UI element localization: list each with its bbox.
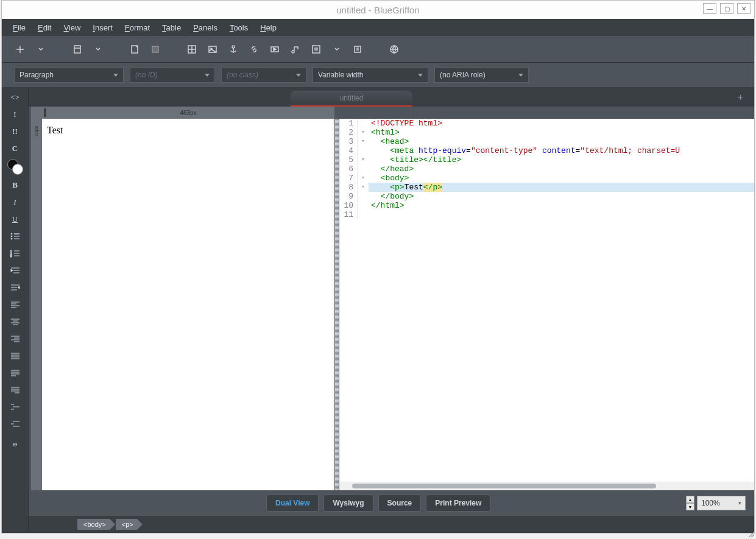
maximize-button[interactable]: ▢ xyxy=(720,3,733,14)
fold-toggle[interactable]: ▾ xyxy=(358,174,369,183)
code-line[interactable]: 1<!DOCTYPE html> xyxy=(339,119,754,128)
open-button[interactable] xyxy=(69,41,86,58)
justify-button[interactable] xyxy=(4,348,27,364)
add-tab-button[interactable]: + xyxy=(738,92,743,103)
view-tab-preview[interactable]: Print Preview xyxy=(426,495,490,512)
menu-edit[interactable]: Edit xyxy=(33,21,56,35)
wysiwyg-pane[interactable]: Test xyxy=(42,119,334,490)
link-icon[interactable] xyxy=(246,41,263,58)
align-center-button[interactable] xyxy=(4,314,27,329)
zoom-select[interactable]: 100% ▾ xyxy=(697,496,746,510)
aria-select[interactable]: (no ARIA role) xyxy=(434,67,529,83)
view-tab-wysiwyg[interactable]: Wysiwyg xyxy=(323,495,373,512)
double-exclaim-icon[interactable]: !! xyxy=(4,124,27,139)
menu-help[interactable]: Help xyxy=(255,21,281,35)
view-tab-dual[interactable]: Dual View xyxy=(266,495,319,512)
open-dropdown-icon[interactable] xyxy=(90,41,107,58)
source-code[interactable]: 1<!DOCTYPE html>2▾<html>3▾ <head>4 <meta… xyxy=(339,119,754,482)
bold-button[interactable]: B xyxy=(4,177,27,193)
font-select[interactable]: Variable width xyxy=(313,67,428,83)
dl-button[interactable] xyxy=(4,399,27,415)
view-tab-source[interactable]: Source xyxy=(378,495,422,512)
align-left-button[interactable] xyxy=(4,297,27,312)
scroll-thumb[interactable] xyxy=(352,484,656,488)
form-dropdown-icon[interactable] xyxy=(328,41,345,58)
breadcrumb-p[interactable]: <p> xyxy=(116,519,137,530)
split-divider[interactable] xyxy=(334,119,339,490)
horizontal-scrollbar[interactable] xyxy=(339,482,754,490)
menu-view[interactable]: View xyxy=(58,21,85,35)
source-pane[interactable]: 1<!DOCTYPE html>2▾<html>3▾ <head>4 <meta… xyxy=(339,119,754,490)
code-line[interactable]: 4 <meta http-equiv="content-type" conten… xyxy=(339,146,754,155)
code-line[interactable]: 11 xyxy=(339,210,754,219)
class-select[interactable]: (no class) xyxy=(221,67,306,83)
fold-toggle[interactable]: ▾ xyxy=(358,137,369,146)
justify-right-button[interactable] xyxy=(4,382,27,398)
code-icon[interactable]: <> xyxy=(4,90,27,105)
fold-toggle[interactable]: ▾ xyxy=(358,128,369,137)
menu-table[interactable]: Table xyxy=(157,21,186,35)
menubar: File Edit View Insert Format Table Panel… xyxy=(2,19,754,36)
outdent-button[interactable] xyxy=(4,280,27,295)
menu-file[interactable]: File xyxy=(8,21,30,35)
code-line[interactable]: 7▾ <body> xyxy=(339,174,754,183)
window-controls: — ▢ ✕ xyxy=(703,3,751,14)
code-line[interactable]: 2▾<html> xyxy=(339,128,754,137)
color-swatch[interactable] xyxy=(4,158,27,176)
svg-point-6 xyxy=(232,46,235,48)
exclaim-icon[interactable]: ! xyxy=(4,107,27,122)
code-line[interactable]: 6 </head> xyxy=(339,164,754,174)
zoom-up-button[interactable]: ▲ xyxy=(686,496,694,503)
image-button[interactable] xyxy=(204,41,221,58)
globe-icon[interactable] xyxy=(386,41,403,58)
editor-wrap: untitled + 20px 463px Test xyxy=(29,87,754,533)
ol-button[interactable]: 123 xyxy=(4,245,27,261)
dd-button[interactable] xyxy=(4,416,27,432)
menu-format[interactable]: Format xyxy=(120,21,155,35)
svg-rect-0 xyxy=(74,46,80,53)
save-button[interactable] xyxy=(126,41,143,58)
minimize-button[interactable]: — xyxy=(703,3,716,14)
cite-icon[interactable]: C xyxy=(4,141,27,157)
stop-button[interactable] xyxy=(147,41,164,58)
id-select[interactable]: (no ID) xyxy=(130,67,215,83)
justify-left-button[interactable] xyxy=(4,365,27,381)
indent-button[interactable] xyxy=(4,262,27,278)
align-right-button[interactable] xyxy=(4,331,27,347)
fold-toggle[interactable]: ▾ xyxy=(358,183,369,192)
code-line[interactable]: 9 </body> xyxy=(339,192,754,201)
code-line[interactable]: 10</html> xyxy=(339,201,754,210)
close-button[interactable]: ✕ xyxy=(737,3,751,14)
chevron-down-icon xyxy=(296,74,301,77)
menu-panels[interactable]: Panels xyxy=(188,21,222,35)
quote-icon[interactable]: „ xyxy=(4,433,27,449)
new-dropdown-icon[interactable] xyxy=(32,41,49,58)
anchor-icon[interactable] xyxy=(225,41,242,58)
new-button[interactable] xyxy=(12,41,29,58)
chevron-down-icon xyxy=(205,74,210,77)
zoom-down-button[interactable]: ▼ xyxy=(686,503,694,510)
italic-button[interactable]: I xyxy=(4,194,27,210)
fold-toggle[interactable]: ▾ xyxy=(358,155,369,164)
code-line[interactable]: 8▾ <p>Test</p> xyxy=(339,183,754,192)
table-button[interactable] xyxy=(183,41,200,58)
audio-icon[interactable] xyxy=(287,41,304,58)
code-line[interactable]: 3▾ <head> xyxy=(339,137,754,146)
zoom-spinner: ▲ ▼ xyxy=(686,496,694,510)
code-text xyxy=(369,210,754,219)
element-select[interactable]: Paragraph xyxy=(14,67,124,83)
resize-grip[interactable] xyxy=(747,530,754,537)
note-icon[interactable] xyxy=(349,41,366,58)
menu-tools[interactable]: Tools xyxy=(225,21,253,35)
horizontal-ruler: 463px xyxy=(42,107,334,119)
underline-button[interactable]: U xyxy=(4,211,27,227)
id-select-value: (no ID) xyxy=(135,71,158,79)
form-icon[interactable] xyxy=(308,41,325,58)
line-number: 11 xyxy=(339,210,358,219)
breadcrumb-body[interactable]: <body> xyxy=(77,519,110,530)
video-icon[interactable] xyxy=(266,41,283,58)
code-line[interactable]: 5▾ <title></title> xyxy=(339,155,754,164)
document-tab[interactable]: untitled xyxy=(291,91,412,107)
menu-insert[interactable]: Insert xyxy=(88,21,118,35)
ul-button[interactable] xyxy=(4,228,27,244)
